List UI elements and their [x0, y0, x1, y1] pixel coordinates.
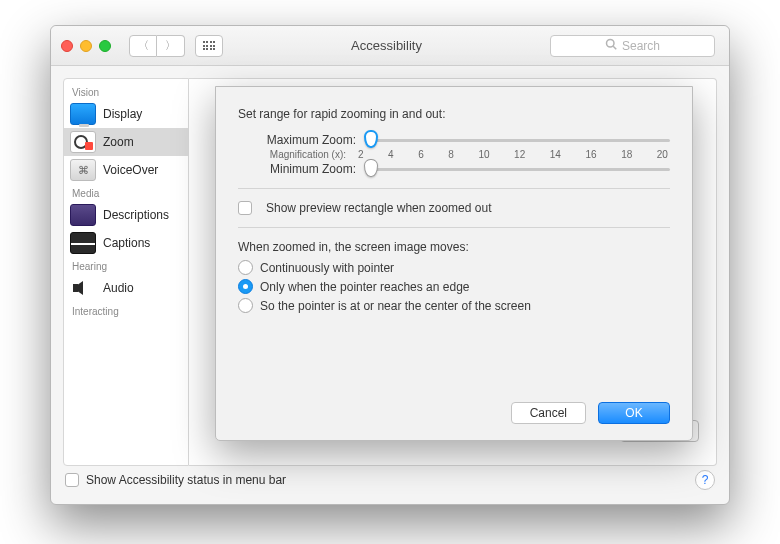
back-button[interactable]: 〈: [129, 35, 157, 57]
window-controls: [61, 40, 111, 52]
cancel-button[interactable]: Cancel: [511, 402, 586, 424]
sidebar-item-captions[interactable]: Captions: [64, 229, 188, 257]
option-label: Only when the pointer reaches an edge: [260, 280, 469, 294]
max-zoom-thumb[interactable]: [364, 130, 378, 148]
nav-back-forward: 〈 〉: [129, 35, 185, 57]
show-status-label: Show Accessibility status in menu bar: [86, 473, 286, 487]
max-zoom-slider[interactable]: [366, 139, 670, 142]
move-heading: When zoomed in, the screen image moves:: [238, 240, 670, 254]
sidebar-group-vision: Vision: [64, 83, 188, 100]
sidebar-item-label: Captions: [103, 236, 150, 250]
sidebar-group-hearing: Hearing: [64, 257, 188, 274]
search-input[interactable]: Search: [550, 35, 715, 57]
sidebar-item-voiceover[interactable]: ⌘ VoiceOver: [64, 156, 188, 184]
divider: [238, 227, 670, 228]
zoom-icon: [70, 131, 96, 153]
sidebar-item-label: Zoom: [103, 135, 134, 149]
close-window-button[interactable]: [61, 40, 73, 52]
voiceover-icon: ⌘: [70, 159, 96, 181]
zoom-options-sheet: Set range for rapid zooming in and out: …: [215, 86, 693, 441]
sidebar[interactable]: Vision Display Zoom ⌘ VoiceOver Media De…: [63, 78, 189, 466]
max-zoom-label: Maximum Zoom:: [238, 133, 356, 147]
move-option-center[interactable]: So the pointer is at or near the center …: [238, 298, 670, 313]
titlebar: 〈 〉 Accessibility Search: [51, 26, 729, 66]
chevron-right-icon: 〉: [165, 38, 176, 53]
magnification-label: Magnification (x):: [238, 149, 356, 160]
forward-button[interactable]: 〉: [157, 35, 185, 57]
descriptions-icon: [70, 204, 96, 226]
chevron-left-icon: 〈: [138, 38, 149, 53]
footer: Show Accessibility status in menu bar ?: [65, 470, 715, 490]
show-all-button[interactable]: [195, 35, 223, 57]
captions-icon: [70, 232, 96, 254]
divider: [238, 188, 670, 189]
radio-button[interactable]: [238, 260, 253, 275]
audio-icon: [70, 277, 96, 299]
sidebar-item-label: VoiceOver: [103, 163, 158, 177]
sidebar-item-zoom[interactable]: Zoom: [64, 128, 188, 156]
move-option-continuous[interactable]: Continuously with pointer: [238, 260, 670, 275]
radio-button[interactable]: [238, 279, 253, 294]
min-zoom-label: Minimum Zoom:: [238, 162, 356, 176]
sidebar-item-display[interactable]: Display: [64, 100, 188, 128]
sheet-heading: Set range for rapid zooming in and out:: [238, 107, 670, 121]
sidebar-item-descriptions[interactable]: Descriptions: [64, 201, 188, 229]
sidebar-item-label: Audio: [103, 281, 134, 295]
min-zoom-slider[interactable]: [366, 168, 670, 171]
ok-button[interactable]: OK: [598, 402, 670, 424]
preferences-window: 〈 〉 Accessibility Search Vision: [50, 25, 730, 505]
option-label: So the pointer is at or near the center …: [260, 299, 531, 313]
option-label: Continuously with pointer: [260, 261, 394, 275]
sidebar-group-interacting: Interacting: [64, 302, 188, 319]
search-placeholder: Search: [622, 39, 660, 53]
svg-point-0: [606, 40, 614, 48]
preview-rectangle-label: Show preview rectangle when zoomed out: [266, 201, 491, 215]
svg-line-1: [613, 46, 616, 49]
zoom-window-button[interactable]: [99, 40, 111, 52]
sidebar-group-media: Media: [64, 184, 188, 201]
show-status-checkbox[interactable]: [65, 473, 79, 487]
display-icon: [70, 103, 96, 125]
sidebar-item-label: Display: [103, 107, 142, 121]
search-icon: [605, 38, 617, 53]
radio-button[interactable]: [238, 298, 253, 313]
help-icon: ?: [702, 473, 709, 487]
sidebar-item-audio[interactable]: Audio: [64, 274, 188, 302]
move-option-edge[interactable]: Only when the pointer reaches an edge: [238, 279, 670, 294]
window-title: Accessibility: [223, 38, 550, 53]
minimize-window-button[interactable]: [80, 40, 92, 52]
min-zoom-thumb[interactable]: [364, 159, 378, 177]
preview-rectangle-checkbox[interactable]: [238, 201, 252, 215]
grid-icon: [203, 41, 216, 50]
help-button[interactable]: ?: [695, 470, 715, 490]
sidebar-item-label: Descriptions: [103, 208, 169, 222]
